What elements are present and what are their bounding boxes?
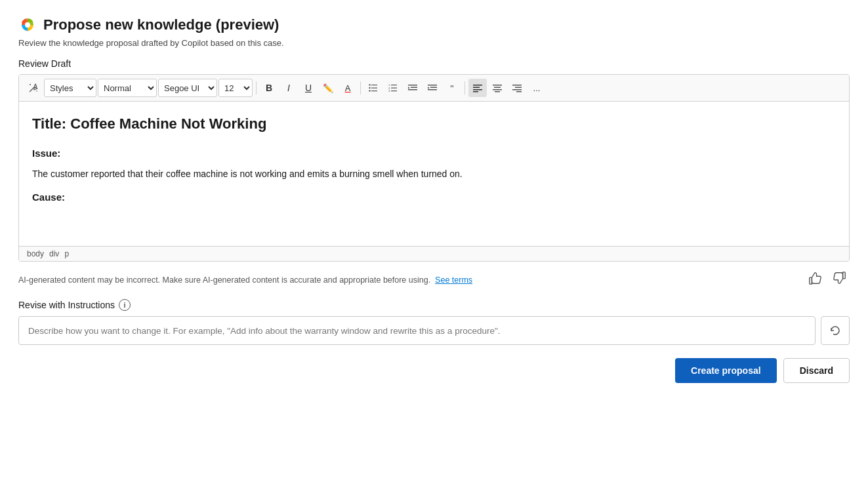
more-options-button[interactable]: ... [527, 79, 546, 97]
svg-rect-33 [512, 89, 522, 91]
bold-button[interactable]: B [260, 79, 278, 97]
revise-input-row [18, 316, 850, 345]
svg-rect-16 [391, 91, 397, 91]
svg-rect-35 [810, 277, 812, 284]
toolbar-divider-1 [256, 81, 257, 94]
thumbs-down-button[interactable] [830, 270, 850, 290]
svg-point-7 [369, 87, 370, 89]
see-terms-link[interactable]: See terms [435, 275, 472, 285]
create-proposal-button[interactable]: Create proposal [675, 358, 777, 383]
revise-section-label: Revise with Instructions i [18, 299, 850, 311]
svg-rect-26 [473, 91, 478, 92]
page-header: Propose new knowledge (preview) [18, 16, 850, 34]
page-subtitle: Review the knowledge proposal drafted by… [18, 38, 850, 48]
refresh-icon [829, 325, 841, 336]
ai-disclaimer-row: AI-generated content may be incorrect. M… [18, 270, 850, 290]
svg-point-9 [369, 90, 370, 91]
font-size-dropdown[interactable]: 12 10 11 14 16 [218, 79, 253, 97]
svg-rect-24 [473, 87, 480, 89]
editor-container: Styles Normal Heading 1 Heading 2 Headin… [18, 74, 850, 262]
svg-rect-31 [512, 85, 522, 86]
indent-icon [428, 83, 437, 92]
editor-content-area[interactable]: Title: Coffee Machine Not Working Issue:… [19, 102, 849, 246]
svg-rect-19 [408, 89, 417, 91]
align-right-button[interactable] [508, 79, 526, 97]
cause-heading: Cause: [32, 190, 836, 205]
italic-button[interactable]: I [279, 79, 298, 97]
copilot-icon [18, 16, 37, 34]
svg-rect-32 [515, 87, 522, 89]
review-draft-label: Review Draft [18, 58, 850, 69]
bullet-list-icon [369, 83, 378, 92]
ai-disclaimer-text: AI-generated content may be incorrect. M… [18, 275, 795, 285]
editor-statusbar: body div p [19, 246, 849, 261]
svg-rect-34 [516, 91, 522, 92]
svg-rect-22 [428, 89, 437, 91]
svg-rect-8 [371, 88, 377, 89]
thumbs-up-button[interactable] [805, 270, 825, 290]
svg-rect-28 [494, 87, 501, 89]
svg-rect-25 [473, 89, 482, 91]
svg-point-3 [30, 84, 31, 85]
align-center-button[interactable] [488, 79, 506, 97]
statusbar-div[interactable]: div [49, 249, 59, 258]
align-center-icon [493, 83, 502, 92]
thumbs-up-icon [808, 271, 822, 285]
issue-heading: Issue: [32, 146, 836, 161]
outdent-button[interactable] [403, 79, 422, 97]
ai-assist-button[interactable] [24, 79, 43, 97]
svg-rect-29 [493, 89, 502, 91]
svg-rect-17 [408, 85, 417, 86]
underline-button[interactable]: U [299, 79, 318, 97]
statusbar-body[interactable]: body [27, 249, 44, 258]
indent-button[interactable] [423, 79, 442, 97]
svg-rect-23 [473, 85, 482, 86]
thumbs-down-icon [833, 271, 847, 285]
svg-rect-36 [843, 272, 846, 279]
toolbar-divider-3 [465, 81, 465, 94]
svg-rect-6 [371, 85, 377, 85]
align-left-button[interactable] [468, 79, 487, 97]
svg-rect-12 [391, 85, 397, 85]
refresh-button[interactable] [821, 316, 850, 345]
svg-rect-18 [411, 87, 417, 89]
align-left-icon [473, 83, 482, 92]
format-dropdown[interactable]: Normal Heading 1 Heading 2 Heading 3 [98, 79, 157, 97]
svg-rect-27 [493, 85, 502, 86]
numbered-list-button[interactable]: 1. 2. 3. [384, 79, 402, 97]
outdent-icon [408, 83, 417, 92]
svg-point-5 [369, 84, 370, 85]
feedback-buttons [805, 270, 850, 290]
toolbar-divider-2 [360, 81, 361, 94]
svg-rect-30 [495, 91, 500, 92]
page-title: Propose new knowledge (preview) [43, 16, 279, 33]
blockquote-button[interactable]: " [443, 79, 461, 97]
discard-button[interactable]: Discard [783, 358, 850, 383]
editor-toolbar: Styles Normal Heading 1 Heading 2 Headin… [19, 75, 849, 102]
svg-point-4 [36, 91, 37, 92]
issue-body: The customer reported that their coffee … [32, 167, 836, 181]
svg-text:3.: 3. [388, 89, 390, 92]
revise-input[interactable] [18, 316, 816, 345]
statusbar-p[interactable]: p [64, 249, 69, 258]
editor-title: Title: Coffee Machine Not Working [32, 112, 836, 135]
svg-rect-20 [428, 85, 437, 86]
highlight-color-button[interactable]: ✏️ [319, 79, 337, 97]
info-icon[interactable]: i [119, 299, 131, 311]
styles-dropdown[interactable]: Styles [44, 79, 96, 97]
svg-rect-10 [371, 91, 377, 91]
svg-rect-21 [430, 87, 437, 89]
numbered-list-icon: 1. 2. 3. [388, 83, 398, 92]
font-dropdown[interactable]: Segoe UI Arial Times New Roman [158, 79, 217, 97]
wand-icon [28, 83, 39, 93]
font-color-button[interactable]: A [339, 79, 357, 97]
svg-point-2 [25, 22, 30, 28]
align-right-icon [512, 83, 522, 92]
svg-rect-14 [391, 88, 397, 89]
bullet-list-button[interactable] [364, 79, 382, 97]
action-row: Create proposal Discard [18, 358, 850, 383]
